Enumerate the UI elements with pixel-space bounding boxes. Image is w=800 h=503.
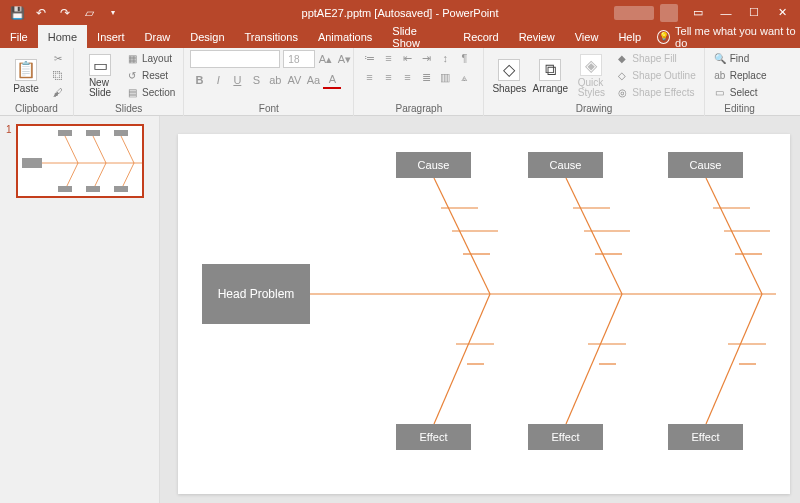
window-controls: ▭ — ☐ ✕ [614,2,800,24]
title-bar: 💾 ↶ ↷ ▱ ▾ pptAE27.pptm [Autosaved] - Pow… [0,0,800,25]
close-icon[interactable]: ✕ [768,2,796,24]
effect-box[interactable]: Effect [396,424,471,450]
spacing-icon[interactable]: AV [285,71,303,89]
minimize-icon[interactable]: — [712,2,740,24]
paste-label: Paste [13,83,39,94]
font-size-input[interactable]: 18 [283,50,315,68]
tab-view[interactable]: View [565,25,609,48]
tab-transitions[interactable]: Transitions [235,25,308,48]
new-slide-button[interactable]: ▭New Slide [80,50,120,102]
shape-effects-button[interactable]: ◎Shape Effects [613,84,697,100]
bold-icon[interactable]: B [190,71,208,89]
quick-access-toolbar: 💾 ↶ ↷ ▱ ▾ [0,2,124,24]
paragraph-label: Paragraph [360,103,477,115]
shape-fill-button[interactable]: ◆Shape Fill [613,50,697,66]
shapes-button[interactable]: ◇Shapes [490,50,528,102]
reset-button[interactable]: ↺Reset [123,67,177,83]
tab-slideshow[interactable]: Slide Show [382,25,453,48]
undo-icon[interactable]: ↶ [30,2,52,24]
shapes-icon: ◇ [498,59,520,81]
select-button[interactable]: ▭Select [711,84,769,100]
thumb-cause [114,130,128,136]
tab-record[interactable]: Record [453,25,508,48]
justify-icon[interactable]: ≣ [417,69,435,85]
qat-dropdown-icon[interactable]: ▾ [102,2,124,24]
find-button[interactable]: 🔍Find [711,50,769,66]
tab-animations[interactable]: Animations [308,25,382,48]
effect-box[interactable]: Effect [668,424,743,450]
cause-box[interactable]: Cause [396,152,471,178]
shadow-icon[interactable]: ab [266,71,284,89]
indent-inc-icon[interactable]: ⇥ [417,50,435,66]
user-badge[interactable] [614,6,654,20]
quick-styles-button[interactable]: ◈Quick Styles [572,50,610,102]
arrange-icon: ⧉ [539,59,561,81]
maximize-icon[interactable]: ☐ [740,2,768,24]
align-center-icon[interactable]: ≡ [379,69,397,85]
thumb-cause [58,130,72,136]
outline-label: Shape Outline [632,70,695,81]
content-area: 1 [0,116,800,503]
svg-line-2 [93,136,106,163]
svg-line-8 [434,178,490,294]
paste-button[interactable]: 📋Paste [6,50,46,102]
effect-box[interactable]: Effect [528,424,603,450]
slide-canvas[interactable]: Head Problem Cause Cause Cause Effect Ef… [160,116,800,503]
cause-box[interactable]: Cause [528,152,603,178]
strike-icon[interactable]: S [247,71,265,89]
tell-me-search[interactable]: 💡Tell me what you want to do [657,25,800,49]
svg-line-20 [434,294,490,424]
tab-file[interactable]: File [0,25,38,48]
indent-dec-icon[interactable]: ⇤ [398,50,416,66]
tab-insert[interactable]: Insert [87,25,135,48]
font-family-input[interactable] [190,50,280,68]
numbering-icon[interactable]: ≡ [379,50,397,66]
columns-icon[interactable]: ▥ [436,69,454,85]
arrange-button[interactable]: ⧉Arrange [531,50,569,102]
bulb-icon: 💡 [657,30,670,44]
thumb-effect [114,186,128,192]
font-color-icon[interactable]: A [323,71,341,89]
redo-icon[interactable]: ↷ [54,2,76,24]
select-label: Select [730,87,758,98]
bullets-icon[interactable]: ≔ [360,50,378,66]
new-slide-icon: ▭ [89,54,111,76]
slide-thumbnail[interactable] [16,124,144,198]
decrease-font-icon[interactable]: A▾ [335,50,353,68]
slide[interactable]: Head Problem Cause Cause Cause Effect Ef… [178,134,790,494]
drawing-label: Drawing [490,103,697,115]
format-painter-button[interactable]: 🖌 [49,84,67,100]
tab-home[interactable]: Home [38,25,87,48]
start-icon[interactable]: ▱ [78,2,100,24]
quick-styles-icon: ◈ [580,54,602,76]
cut-button[interactable]: ✂ [49,50,67,66]
tab-review[interactable]: Review [509,25,565,48]
align-right-icon[interactable]: ≡ [398,69,416,85]
reset-label: Reset [142,70,168,81]
smartart-icon[interactable]: ⟁ [455,69,473,85]
layout-button[interactable]: ▦Layout [123,50,177,66]
copy-button[interactable]: ⿻ [49,67,67,83]
case-icon[interactable]: Aa [304,71,322,89]
section-button[interactable]: ▤Section [123,84,177,100]
increase-font-icon[interactable]: A▴ [316,50,334,68]
shape-outline-button[interactable]: ◇Shape Outline [613,67,697,83]
fill-icon: ◆ [615,51,629,65]
tab-draw[interactable]: Draw [135,25,181,48]
tab-help[interactable]: Help [608,25,651,48]
new-slide-label: New Slide [89,78,111,98]
replace-button[interactable]: abReplace [711,67,769,83]
save-icon[interactable]: 💾 [6,2,28,24]
tab-design[interactable]: Design [180,25,234,48]
text-direction-icon[interactable]: ¶ [455,50,473,66]
cause-box[interactable]: Cause [668,152,743,178]
head-problem-box[interactable]: Head Problem [202,264,310,324]
ribbon-options-icon[interactable]: ▭ [684,2,712,24]
shapes-label: Shapes [492,83,526,94]
underline-icon[interactable]: U [228,71,246,89]
line-spacing-icon[interactable]: ↕ [436,50,454,66]
group-font: 18 A▴ A▾ B I U S ab AV Aa A Font [184,48,354,116]
user-avatar[interactable] [660,4,678,22]
italic-icon[interactable]: I [209,71,227,89]
align-left-icon[interactable]: ≡ [360,69,378,85]
